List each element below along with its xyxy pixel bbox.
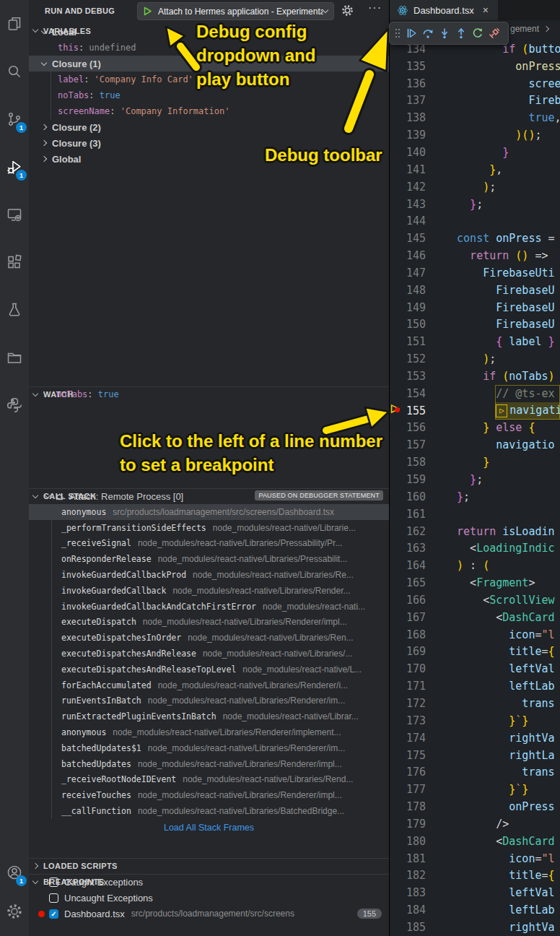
line-number[interactable]: 184 (390, 904, 426, 916)
code-line[interactable]: 150FirebaseU (390, 316, 560, 334)
code-line[interactable]: 163<LoadingIndic (390, 540, 560, 557)
activity-remote-explorer-icon[interactable] (0, 199, 29, 230)
breakpoint-row[interactable]: Uncaught Exceptions (29, 890, 389, 906)
code-line[interactable]: 178onPress (390, 798, 560, 815)
line-number[interactable]: 146 (390, 249, 426, 262)
breadcrumb[interactable]: gement (510, 24, 548, 34)
stack-frame-row[interactable]: batchedUpdates$1node_modules/react-nativ… (29, 740, 389, 756)
line-number[interactable]: 171 (390, 680, 426, 693)
code-line[interactable]: 165<Fragment> (390, 574, 560, 592)
breakpoint-row[interactable]: ✓Dashboard.tsxsrc/products/loadmanagemen… (29, 906, 389, 922)
code-line[interactable]: 182title={ (390, 867, 560, 885)
breakpoint-current-line-icon[interactable]: ▷ (391, 403, 404, 417)
line-number[interactable]: 156 (390, 421, 426, 434)
code-line[interactable]: 140} (390, 144, 560, 161)
line-number[interactable]: 157 (390, 438, 426, 451)
code-line[interactable]: 156} else { (390, 420, 560, 437)
variable-scope-row[interactable]: Global (29, 151, 389, 167)
code-line[interactable]: 142); (390, 178, 560, 196)
activity-folders-icon[interactable] (0, 342, 29, 373)
line-number[interactable]: 174 (390, 732, 426, 745)
variable-scope-row[interactable]: Local (29, 24, 389, 40)
code-line[interactable]: 169title={ (390, 644, 560, 661)
line-number[interactable]: 169 (390, 645, 426, 658)
line-number[interactable]: 161 (390, 508, 426, 521)
stack-frame-row[interactable]: batchedUpdatesnode_modules/react-native/… (29, 756, 389, 772)
stack-frame-row[interactable]: anonymoussrc/products/loadmanagement/src… (29, 504, 389, 520)
code-line[interactable]: 171leftLab (390, 677, 560, 695)
code-line[interactable]: 177}`} (390, 781, 560, 798)
step-into-button[interactable] (436, 24, 452, 43)
code-line[interactable]: 174rightVa (390, 729, 560, 747)
stack-frame-row[interactable]: invokeGuardedCallbackProdnode_modules/re… (29, 567, 389, 583)
line-number[interactable]: 167 (390, 611, 426, 624)
line-number[interactable]: 137 (390, 94, 426, 107)
stack-frame-row[interactable]: __callFunctionnode_modules/react-native/… (29, 803, 389, 819)
line-number[interactable]: 163 (390, 542, 426, 555)
code-line[interactable]: 147FirebaseUti (390, 264, 560, 282)
line-number[interactable]: 138 (390, 111, 426, 124)
activity-settings-icon[interactable] (0, 896, 29, 927)
stack-frame-row[interactable]: invokeGuardedCallbacknode_modules/react-… (29, 583, 389, 599)
activity-explorer-icon[interactable] (0, 8, 29, 40)
variable-row[interactable]: screenName: 'Company Information' (29, 103, 389, 119)
disconnect-button[interactable] (486, 24, 502, 43)
code-line[interactable]: 175rightLa (390, 747, 560, 764)
variable-scope-row[interactable]: Closure (2) (29, 119, 389, 135)
code-line[interactable]: 164) : ( (390, 557, 560, 574)
line-number[interactable]: 144 (390, 214, 426, 228)
code-line[interactable]: 136scree (390, 75, 560, 92)
code-line[interactable]: 135onPress (390, 58, 560, 75)
line-number[interactable]: 166 (390, 594, 426, 607)
breakpoint-row[interactable]: Caught Exceptions (29, 874, 389, 890)
code-line[interactable]: 167<DashCard (390, 609, 560, 626)
code-line[interactable]: 166<ScrollView (390, 592, 560, 609)
stack-frame-row[interactable]: _receiveSignalnode_modules/react-native/… (29, 536, 389, 552)
line-number[interactable]: 142 (390, 181, 426, 194)
code-line[interactable]: 170leftVal (390, 660, 560, 677)
code-line[interactable]: 146return () => (390, 247, 560, 264)
line-number[interactable]: 185 (390, 921, 426, 934)
restart-button[interactable] (469, 24, 486, 43)
code-line[interactable]: 184leftLab (390, 901, 560, 919)
checkbox-checked[interactable]: ✓ (49, 909, 58, 919)
stack-frame-row[interactable]: _receiveRootNodeIDEventnode_modules/reac… (29, 772, 389, 788)
line-number[interactable]: 183 (390, 886, 426, 899)
line-number[interactable]: 160 (390, 490, 426, 503)
line-number[interactable]: 181 (390, 852, 426, 865)
line-number[interactable]: 149 (390, 301, 426, 314)
activity-account-icon[interactable]: 1 (0, 857, 29, 888)
activity-source-control-icon[interactable]: 1 (0, 103, 29, 135)
line-number[interactable]: 180 (390, 835, 426, 848)
line-number[interactable]: 152 (390, 352, 426, 365)
code-line[interactable]: 155▷navigatio (390, 402, 560, 420)
stack-frame-row[interactable]: executeDispatchesAndReleaseTopLevelnode_… (29, 662, 389, 677)
continue-button[interactable] (403, 24, 419, 43)
line-number[interactable]: 139 (390, 129, 426, 142)
line-number[interactable]: 140 (390, 146, 426, 159)
variable-scope-row[interactable]: Closure (1) (29, 56, 389, 72)
line-number[interactable]: 164 (390, 559, 426, 572)
code-line[interactable]: 141}, (390, 161, 560, 178)
activity-run-and-debug-icon[interactable]: 1 (0, 151, 29, 183)
code-line[interactable]: 137Fireb (390, 92, 560, 110)
variable-scope-row[interactable]: Closure (3) (29, 135, 389, 151)
code-line[interactable]: 180<DashCard (390, 833, 560, 850)
code-line[interactable]: 154// @ts-ex (390, 385, 560, 402)
line-number[interactable]: 143 (390, 198, 426, 211)
stack-frame-row[interactable]: _performTransitionSideEffectsnode_module… (29, 520, 389, 536)
code-line[interactable]: 162return isLoadin (390, 523, 560, 540)
code-line[interactable]: 145const onPress = (390, 230, 560, 247)
code-line[interactable]: 179/> (390, 815, 560, 833)
load-all-stack-frames[interactable]: Load All Stack Frames (29, 819, 389, 835)
checkbox-unchecked[interactable] (49, 893, 58, 903)
variable-row[interactable]: label: 'Company Info Card' (29, 72, 389, 87)
activity-testing-icon[interactable] (0, 294, 29, 326)
watch-row[interactable]: noTabs: true (29, 386, 389, 402)
variable-row[interactable]: this: undefined (29, 40, 389, 56)
line-number[interactable]: 147 (390, 266, 426, 280)
stack-frame-row[interactable]: forEachAccumulatednode_modules/react-nat… (29, 677, 389, 693)
line-number[interactable]: 175 (390, 749, 426, 762)
stack-frame-row[interactable]: executeDispatchnode_modules/react-native… (29, 615, 389, 630)
line-number[interactable]: 172 (390, 697, 426, 710)
